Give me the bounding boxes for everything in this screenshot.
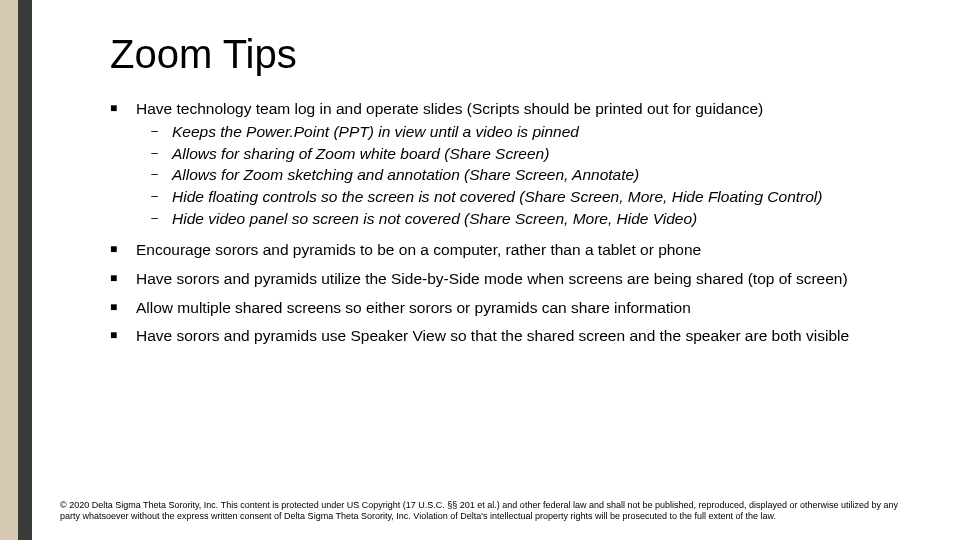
bullet-item: ■ Allow multiple shared screens so eithe… [110, 298, 920, 318]
sub-bullet-list: – Keeps the Power.Point (PPT) in view un… [136, 122, 920, 229]
square-bullet-icon: ■ [110, 298, 124, 315]
bullet-item: ■ Encourage sorors and pyramids to be on… [110, 240, 920, 260]
side-accent-inner [18, 0, 32, 540]
bullet-text-wrap: Have technology team log in and operate … [124, 99, 920, 231]
square-bullet-icon: ■ [110, 99, 124, 116]
sub-bullet-text: Hide floating controls so the screen is … [158, 187, 920, 207]
sub-bullet-text: Keeps the Power.Point (PPT) in view unti… [158, 122, 920, 142]
sub-bullet-text: Hide video panel so screen is not covere… [158, 209, 920, 229]
bullet-text: Have sorors and pyramids use Speaker Vie… [124, 326, 920, 346]
dash-bullet-icon: – [136, 165, 158, 182]
dash-bullet-icon: – [136, 187, 158, 204]
bullet-text: Have sorors and pyramids utilize the Sid… [124, 269, 920, 289]
sub-bullet-item: – Hide floating controls so the screen i… [136, 187, 920, 207]
sub-bullet-item: – Allows for Zoom sketching and annotati… [136, 165, 920, 185]
sub-bullet-item: – Hide video panel so screen is not cove… [136, 209, 920, 229]
copyright-footer: © 2020 Delta Sigma Theta Sorority, Inc. … [60, 500, 920, 523]
bullet-list: ■ Have technology team log in and operat… [110, 99, 920, 346]
bullet-text: Encourage sorors and pyramids to be on a… [124, 240, 920, 260]
square-bullet-icon: ■ [110, 240, 124, 257]
dash-bullet-icon: – [136, 209, 158, 226]
side-accent-outer [0, 0, 18, 540]
content-area: Zoom Tips ■ Have technology team log in … [110, 32, 920, 355]
slide-title: Zoom Tips [110, 32, 920, 77]
dash-bullet-icon: – [136, 144, 158, 161]
sub-bullet-item: – Keeps the Power.Point (PPT) in view un… [136, 122, 920, 142]
bullet-text: Have technology team log in and operate … [136, 100, 763, 117]
bullet-item: ■ Have technology team log in and operat… [110, 99, 920, 231]
dash-bullet-icon: – [136, 122, 158, 139]
bullet-item: ■ Have sorors and pyramids utilize the S… [110, 269, 920, 289]
sub-bullet-text: Allows for Zoom sketching and annotation… [158, 165, 920, 185]
bullet-text: Allow multiple shared screens so either … [124, 298, 920, 318]
sub-bullet-item: – Allows for sharing of Zoom white board… [136, 144, 920, 164]
sub-bullet-text: Allows for sharing of Zoom white board (… [158, 144, 920, 164]
bullet-item: ■ Have sorors and pyramids use Speaker V… [110, 326, 920, 346]
square-bullet-icon: ■ [110, 326, 124, 343]
slide: Zoom Tips ■ Have technology team log in … [0, 0, 960, 540]
square-bullet-icon: ■ [110, 269, 124, 286]
